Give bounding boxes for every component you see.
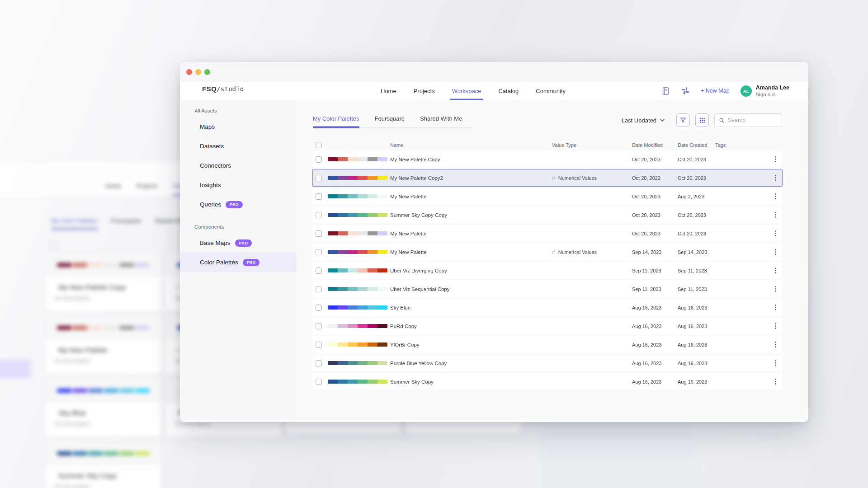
header-right: + New Map AL Amanda Lee Sign out xyxy=(661,82,789,100)
row-menu-button[interactable] xyxy=(769,355,782,371)
column-header-date-created[interactable]: Date Created xyxy=(678,142,715,148)
table-row[interactable]: My New Palette Copy2 # Numerical Values … xyxy=(313,169,782,186)
row-checkbox[interactable] xyxy=(316,193,322,200)
column-header-tags[interactable]: Tags xyxy=(715,142,769,148)
search-input[interactable] xyxy=(728,117,778,123)
row-menu-button[interactable] xyxy=(769,299,782,316)
row-checkbox[interactable] xyxy=(316,360,322,366)
palette-swatch xyxy=(328,157,387,161)
table-row[interactable]: Uber Viz Diverging Copy Sep 11, 2023 Sep… xyxy=(313,262,782,279)
row-checkbox[interactable] xyxy=(316,379,322,385)
sidebar-item-label: Connectors xyxy=(200,162,231,169)
column-header-date-modified[interactable]: Date Modified xyxy=(632,142,678,148)
background-palette-card: My New Palette No Description xyxy=(45,315,161,374)
column-header-name[interactable]: Name xyxy=(390,142,552,148)
background-palette-card: My New Palette Copy No Description xyxy=(45,252,161,311)
table-row[interactable]: Summer Sky Copy Copy Oct 20, 2023 Oct 20… xyxy=(313,206,782,223)
row-checkbox[interactable] xyxy=(316,156,322,163)
background-card-title: My New Palette xyxy=(58,346,108,354)
table-row[interactable]: Uber Viz Sequential Copy Sep 11, 2023 Se… xyxy=(313,281,782,297)
row-menu-button[interactable] xyxy=(769,281,782,297)
table-row[interactable]: Summer Sky Copy Aug 16, 2023 Aug 16, 202… xyxy=(313,373,782,390)
row-checkbox[interactable] xyxy=(316,342,322,348)
sidebar-item-queries[interactable]: QueriesPRO xyxy=(180,195,296,214)
search-box[interactable] xyxy=(714,113,782,127)
filter-button[interactable] xyxy=(676,113,690,127)
row-menu-button[interactable] xyxy=(769,336,782,353)
row-checkbox[interactable] xyxy=(316,267,322,274)
docs-icon[interactable] xyxy=(661,86,670,95)
nav-workspace[interactable]: Workspace xyxy=(450,82,483,100)
table-row[interactable]: PuRd Copy Aug 16, 2023 Aug 16, 2023 xyxy=(313,318,782,334)
avatar[interactable]: AL xyxy=(741,85,752,97)
table-row[interactable]: My New Palette Oct 20, 2023 Oct 20, 2023 xyxy=(313,225,782,242)
background-nav-home: Home xyxy=(105,183,121,196)
sort-label: Last Updated xyxy=(622,117,656,124)
close-window-button[interactable] xyxy=(186,69,192,75)
table-row[interactable]: My New Palette # Numerical Values Sep 14… xyxy=(313,244,782,260)
date-created: Sep 11, 2023 xyxy=(678,268,715,273)
row-menu-button[interactable] xyxy=(769,169,782,186)
row-menu-button[interactable] xyxy=(769,318,782,334)
table-row[interactable]: Sky Blue Aug 16, 2023 Aug 16, 2023 xyxy=(313,299,782,316)
row-checkbox[interactable] xyxy=(316,230,322,237)
table-row[interactable]: Purple Blue Yellow Copy Aug 16, 2023 Aug… xyxy=(313,355,782,371)
palette-swatch xyxy=(328,231,387,235)
sidebar-item-insights[interactable]: Insights xyxy=(180,175,296,195)
sidebar-item-connectors[interactable]: Connectors xyxy=(180,156,296,175)
nav-projects[interactable]: Projects xyxy=(412,82,437,100)
date-modified: Oct 20, 2023 xyxy=(632,194,678,199)
sidebar-item-maps[interactable]: Maps xyxy=(180,117,296,136)
main-nav: HomeProjectsWorkspaceCatalogCommunity xyxy=(379,82,567,100)
row-menu-button[interactable] xyxy=(769,188,782,205)
nav-catalog[interactable]: Catalog xyxy=(496,82,520,100)
row-menu-button[interactable] xyxy=(769,373,782,390)
window-titlebar xyxy=(180,62,808,82)
tab-shared-with-me[interactable]: Shared With Me xyxy=(420,115,462,127)
palette-name: Summer Sky Copy xyxy=(390,379,552,385)
palette-name: My New Palette xyxy=(390,194,552,199)
date-created: Aug 16, 2023 xyxy=(678,361,715,366)
minimize-window-button[interactable] xyxy=(195,69,201,75)
background-card-title: Summer Sky Copy xyxy=(58,472,117,480)
grid-view-button[interactable] xyxy=(695,113,709,127)
select-all-checkbox[interactable] xyxy=(316,142,322,148)
row-menu-button[interactable] xyxy=(769,225,782,242)
sidebar-item-label: Insights xyxy=(200,182,221,188)
row-checkbox[interactable] xyxy=(316,249,322,255)
row-checkbox[interactable] xyxy=(316,323,322,329)
zoom-window-button[interactable] xyxy=(204,69,210,75)
row-checkbox[interactable] xyxy=(316,286,322,292)
row-checkbox[interactable] xyxy=(316,212,322,218)
palette-name: Uber Viz Sequential Copy xyxy=(390,286,552,292)
table-row[interactable]: My New Palette Copy Oct 20, 2023 Oct 20,… xyxy=(313,151,782,168)
column-header-value-type[interactable]: Value Type xyxy=(552,142,632,148)
sidebar-item-color-palettes[interactable]: Color PalettesPRO xyxy=(180,253,296,272)
tab-my-color-palettes[interactable]: My Color Palettes xyxy=(313,115,359,128)
nav-home[interactable]: Home xyxy=(379,82,398,100)
row-menu-button[interactable] xyxy=(769,206,782,223)
row-menu-button[interactable] xyxy=(769,262,782,279)
app-window: FSQ/studio HomeProjectsWorkspaceCatalogC… xyxy=(180,62,808,422)
nav-community[interactable]: Community xyxy=(534,82,567,100)
row-checkbox[interactable] xyxy=(316,175,322,181)
row-menu-button[interactable] xyxy=(769,244,782,260)
palette-name: PuRd Copy xyxy=(390,324,552,329)
row-menu-button[interactable] xyxy=(769,151,782,168)
table-row[interactable]: YlOrBr Copy Aug 16, 2023 Aug 16, 2023 xyxy=(313,336,782,353)
new-map-button[interactable]: + New Map xyxy=(701,88,730,94)
row-checkbox[interactable] xyxy=(316,305,322,311)
date-modified: Sep 11, 2023 xyxy=(632,268,678,273)
sidebar-item-base-maps[interactable]: Base MapsPRO xyxy=(180,233,296,253)
sort-dropdown[interactable]: Last Updated xyxy=(622,117,665,124)
app-logo[interactable]: FSQ/studio xyxy=(202,85,244,93)
slack-icon[interactable] xyxy=(681,86,690,95)
value-type-cell: # Numerical Values xyxy=(552,249,632,255)
date-modified: Oct 20, 2023 xyxy=(632,212,678,218)
palette-name: My New Palette Copy xyxy=(390,157,552,162)
sidebar-item-datasets[interactable]: Datasets xyxy=(180,136,296,156)
sign-out-link[interactable]: Sign out xyxy=(756,92,789,97)
table-row[interactable]: My New Palette Oct 20, 2023 Aug 2, 2023 xyxy=(313,188,782,205)
user-profile[interactable]: AL Amanda Lee Sign out xyxy=(741,84,789,97)
tab-foursquare[interactable]: Foursquare xyxy=(375,115,405,127)
